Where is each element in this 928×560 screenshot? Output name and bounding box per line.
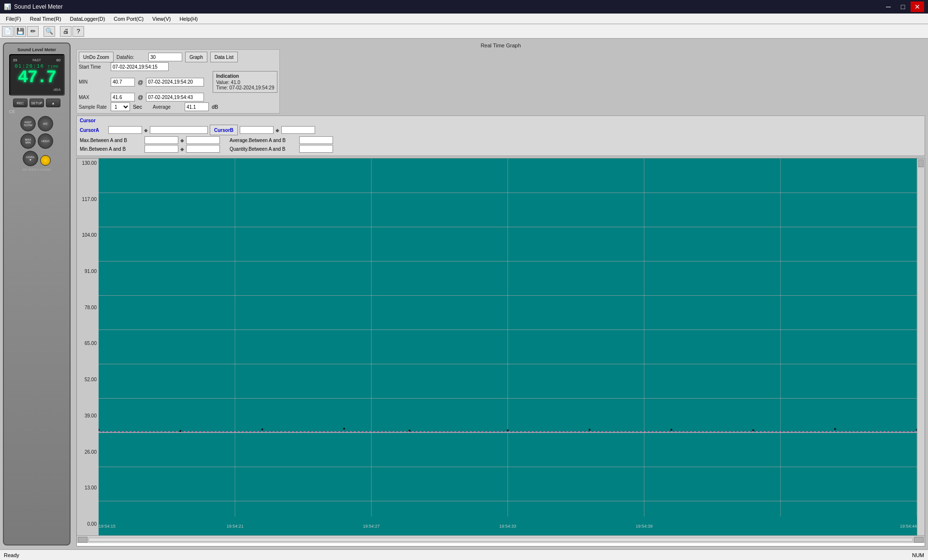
indication-value: 41.0 (231, 80, 240, 85)
indication-title: Indication (216, 73, 274, 79)
x-label-4: 19:54:39 (636, 524, 652, 529)
indication-time-label: Time: (216, 85, 228, 90)
y-label-9: 13.00 (79, 485, 97, 490)
data-list-btn[interactable]: Data List (210, 52, 238, 62)
cursor-b-btn[interactable]: CursorB (210, 125, 238, 135)
menu-view[interactable]: View(V) (148, 15, 174, 23)
title-bar: 📊 Sound Level Meter ─ □ ✕ (0, 0, 928, 14)
average-input[interactable] (185, 102, 209, 111)
min-time-input[interactable] (146, 78, 204, 86)
y-label-3: 91.00 (79, 269, 97, 274)
slm-ce-mark: CE (9, 109, 65, 114)
slm-rec-buttons: REC SETUP ▲ (13, 99, 60, 107)
slm-rec-btn[interactable]: REC (13, 99, 28, 107)
cursor-a-row: CursorA ◆ CursorB ◆ (80, 125, 922, 135)
cursor-b-diamond: ◆ (276, 128, 279, 133)
menu-help[interactable]: Help(H) (175, 15, 202, 23)
tb-save[interactable]: 💾 (14, 26, 26, 37)
row2: Start Time (79, 62, 277, 71)
tb-edit[interactable]: ✏ (27, 26, 39, 37)
sample-rate-unit: Sec (133, 104, 142, 110)
y-axis: 130.00 117.00 104.00 91.00 78.00 65.00 5… (77, 158, 99, 535)
slm-power-btn[interactable]: ⚡ (40, 155, 51, 166)
slm-up-btn[interactable]: ▲ (46, 99, 60, 107)
sample-rate-label: Sample Rate (79, 104, 108, 110)
y-label-7: 39.00 (79, 413, 97, 418)
app-icon: 📊 (4, 3, 11, 10)
menu-file[interactable]: File(F) (2, 15, 25, 23)
left-controls: UnDo Zoom DataNo: Graph Data List Start … (76, 49, 280, 114)
svg-point-19 (261, 429, 263, 431)
slm-device: Sound Level Meter 39 FAST 80 01:20:16 TI… (3, 43, 71, 546)
bottom-scrollbar[interactable] (77, 535, 925, 543)
menu-realtime[interactable]: Real Time(R) (26, 15, 65, 23)
start-time-input[interactable] (111, 62, 169, 71)
cursor-max-input2[interactable] (186, 136, 220, 144)
max-at: @ (138, 94, 143, 100)
graph-scrollbar[interactable] (917, 158, 925, 535)
svg-point-20 (343, 428, 345, 430)
svg-point-24 (670, 429, 672, 431)
datano-input[interactable] (148, 53, 182, 61)
y-label-8: 26.00 (79, 449, 97, 455)
cursor-section: Cursor CursorA ◆ CursorB ◆ Max.Between A… (76, 115, 925, 156)
min-value-input[interactable] (111, 78, 135, 86)
min-label: MIN (79, 79, 108, 85)
indication-value-label: Value: (216, 80, 230, 85)
slm-max-min-btn[interactable]: MAX MIN (20, 133, 36, 149)
cursor-min-row: Min.Between A and B ◆ Quantity.Between A… (80, 145, 922, 153)
status-text: Ready (4, 552, 19, 558)
slm-big-number: 47.7 (13, 69, 61, 86)
graph-plot-area[interactable]: 19:54:15 19:54:21 19:54:27 19:54:33 19:5… (99, 158, 917, 535)
graph-canvas-area: 130.00 117.00 104.00 91.00 78.00 65.00 5… (77, 158, 925, 535)
slm-hold-btn[interactable]: HOLD (38, 133, 53, 149)
slm-ac-btn[interactable]: A/C (38, 116, 53, 131)
cursor-avg-input[interactable] (299, 136, 333, 144)
cursor-qty-input[interactable] (299, 145, 333, 153)
cursor-b-input2[interactable] (281, 126, 315, 134)
tb-print[interactable]: 🖨 (60, 26, 72, 37)
cursor-min-label: Min.Between A and B (80, 146, 143, 152)
indication-value-row: Value: 41.0 (216, 80, 274, 85)
cursor-qty-label: Quantity.Between A and B (230, 146, 297, 152)
undo-zoom-btn[interactable]: UnDo Zoom (79, 52, 114, 62)
cursor-max-row: Max.Between A and B ◆ Average.Between A … (80, 136, 922, 144)
y-label-1: 117.00 (79, 197, 97, 202)
y-label-5: 65.00 (79, 341, 97, 346)
indication-box: Indication Value: 41.0 Time: 07-02-2024,… (213, 71, 277, 93)
svg-point-21 (408, 430, 410, 431)
sample-rate-select[interactable]: 1 (111, 102, 130, 111)
cursor-a-input1[interactable] (108, 126, 142, 134)
start-time-label: Start Time (79, 64, 108, 70)
tb-help[interactable]: ? (72, 26, 84, 37)
cursor-a-input2[interactable] (150, 126, 208, 134)
toolbar: 📄 💾 ✏ 🔍 🖨 ? (0, 24, 928, 39)
cursor-min-input[interactable] (145, 145, 178, 153)
cursor-min-input2[interactable] (186, 145, 220, 153)
x-label-1: 19:54:21 (227, 524, 244, 529)
tb-zoom[interactable]: 🔍 (44, 26, 55, 37)
tb-new[interactable]: 📄 (2, 26, 14, 37)
indication-time: 07-02-2024,19:54:29 (230, 85, 275, 90)
menu-datalogger[interactable]: DataLogger(D) (66, 15, 109, 23)
close-button[interactable]: ✕ (911, 1, 924, 12)
graph-container: 130.00 117.00 104.00 91.00 78.00 65.00 5… (76, 158, 925, 546)
max-value-input[interactable] (111, 93, 135, 101)
cursor-max-input[interactable] (145, 136, 178, 144)
max-time-input[interactable] (146, 93, 204, 101)
cursor-min-diamond: ◆ (180, 146, 184, 152)
menu-comport[interactable]: Com Port(C) (110, 15, 147, 23)
graph-btn[interactable]: Graph (185, 52, 207, 62)
svg-point-25 (752, 429, 754, 431)
slm-title: Sound Level Meter (17, 47, 56, 52)
slm-range-high: 80 (57, 58, 61, 62)
slm-iec-text: IEC 61672-1 CLASS2 (23, 168, 51, 171)
minimize-button[interactable]: ─ (882, 1, 895, 12)
cursor-b-input1[interactable] (240, 126, 274, 134)
slm-setup-btn[interactable]: SETUP (29, 99, 44, 107)
maximize-button[interactable]: □ (896, 1, 910, 12)
slm-fast-slow-btn[interactable]: FAST SLOW (20, 116, 36, 131)
indication-time-row: Time: 07-02-2024,19:54:29 (216, 85, 274, 90)
cursor-max-label: Max.Between A and B (80, 138, 143, 143)
slm-level-btn[interactable]: LEVEL ▼ (23, 151, 38, 166)
